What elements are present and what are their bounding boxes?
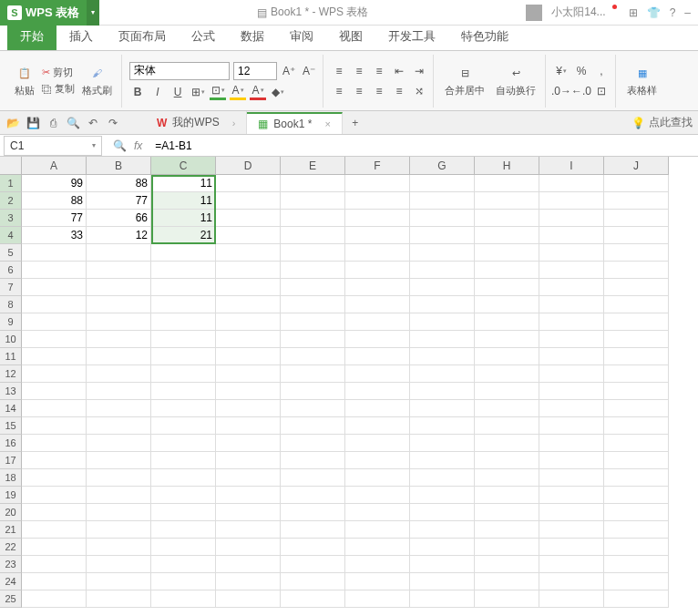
close-tab-icon[interactable]: ×: [324, 118, 330, 129]
cell-J14[interactable]: [604, 400, 669, 417]
cell-H12[interactable]: [475, 365, 539, 383]
row-header-25[interactable]: 25: [0, 590, 22, 608]
cell-C13[interactable]: [151, 383, 216, 400]
col-header-F[interactable]: F: [345, 157, 410, 175]
cell-G1[interactable]: [410, 175, 475, 192]
col-header-C[interactable]: C: [151, 157, 216, 175]
help-icon[interactable]: ?: [670, 6, 676, 19]
cell-C7[interactable]: [151, 279, 216, 296]
font-family-select[interactable]: [129, 62, 230, 80]
cell-A10[interactable]: [22, 331, 87, 348]
cell-C1[interactable]: 11: [151, 175, 216, 192]
decrease-decimal-button[interactable]: ←.0: [573, 83, 590, 99]
name-box[interactable]: C1 ▾: [4, 136, 102, 156]
row-header-24[interactable]: 24: [0, 573, 22, 590]
cell-F6[interactable]: [345, 262, 410, 279]
row-header-17[interactable]: 17: [0, 452, 22, 469]
decrease-font-button[interactable]: A⁻: [301, 63, 317, 79]
cell-C10[interactable]: [151, 331, 216, 348]
cell-A6[interactable]: [22, 262, 87, 279]
row-header-10[interactable]: 10: [0, 331, 22, 348]
cell-F24[interactable]: [345, 573, 410, 590]
cell-J15[interactable]: [604, 417, 669, 435]
cell-A9[interactable]: [22, 313, 87, 331]
cell-B1[interactable]: 88: [87, 175, 151, 192]
cell-H25[interactable]: [475, 590, 539, 608]
cell-E5[interactable]: [281, 244, 345, 262]
cell-D7[interactable]: [216, 279, 281, 296]
cell-F25[interactable]: [345, 590, 410, 608]
cell-I8[interactable]: [539, 296, 604, 313]
cell-A3[interactable]: 77: [22, 210, 87, 227]
clear-format-button[interactable]: ◆: [270, 84, 286, 100]
cell-A18[interactable]: [22, 469, 87, 487]
increase-font-button[interactable]: A⁺: [281, 63, 297, 79]
cell-G2[interactable]: [410, 192, 475, 210]
shirt-icon[interactable]: 👕: [647, 6, 661, 19]
cell-I4[interactable]: [539, 227, 604, 244]
cell-G12[interactable]: [410, 365, 475, 383]
cell-D23[interactable]: [216, 556, 281, 573]
cell-G6[interactable]: [410, 262, 475, 279]
cell-H21[interactable]: [475, 521, 539, 539]
cell-F18[interactable]: [345, 469, 410, 487]
cell-B18[interactable]: [87, 469, 151, 487]
menu-tab-0[interactable]: 开始: [7, 23, 56, 50]
cell-H4[interactable]: [475, 227, 539, 244]
currency-button[interactable]: ¥: [553, 63, 570, 79]
cell-G15[interactable]: [410, 417, 475, 435]
cell-H16[interactable]: [475, 435, 539, 452]
cell-D5[interactable]: [216, 244, 281, 262]
cell-C18[interactable]: [151, 469, 216, 487]
cell-B3[interactable]: 66: [87, 210, 151, 227]
cell-I3[interactable]: [539, 210, 604, 227]
cell-D4[interactable]: [216, 227, 281, 244]
cell-F13[interactable]: [345, 383, 410, 400]
cell-J4[interactable]: [604, 227, 669, 244]
row-header-3[interactable]: 3: [0, 210, 22, 227]
cell-H19[interactable]: [475, 487, 539, 504]
cell-C11[interactable]: [151, 348, 216, 365]
cell-C17[interactable]: [151, 452, 216, 469]
cell-E15[interactable]: [281, 417, 345, 435]
cell-J18[interactable]: [604, 469, 669, 487]
cell-J9[interactable]: [604, 313, 669, 331]
wrap-text-button[interactable]: ↩ 自动换行: [492, 64, 539, 98]
cell-J24[interactable]: [604, 573, 669, 590]
cell-H17[interactable]: [475, 452, 539, 469]
cell-D11[interactable]: [216, 348, 281, 365]
cell-C12[interactable]: [151, 365, 216, 383]
print-icon[interactable]: ⎙: [46, 116, 60, 130]
cell-E8[interactable]: [281, 296, 345, 313]
cell-A1[interactable]: 99: [22, 175, 87, 192]
cell-J13[interactable]: [604, 383, 669, 400]
menu-tab-1[interactable]: 插入: [56, 23, 106, 50]
cell-B4[interactable]: 12: [87, 227, 151, 244]
cell-B5[interactable]: [87, 244, 151, 262]
cell-E18[interactable]: [281, 469, 345, 487]
cell-H24[interactable]: [475, 573, 539, 590]
cell-B11[interactable]: [87, 348, 151, 365]
row-header-9[interactable]: 9: [0, 313, 22, 331]
cell-F12[interactable]: [345, 365, 410, 383]
highlight-button[interactable]: A: [230, 84, 246, 100]
cell-E6[interactable]: [281, 262, 345, 279]
cell-F5[interactable]: [345, 244, 410, 262]
cell-J1[interactable]: [604, 175, 669, 192]
cell-I9[interactable]: [539, 313, 604, 331]
cut-button[interactable]: ✂剪切: [42, 66, 75, 79]
cell-J12[interactable]: [604, 365, 669, 383]
cell-I1[interactable]: [539, 175, 604, 192]
cell-E7[interactable]: [281, 279, 345, 296]
cell-F17[interactable]: [345, 452, 410, 469]
cell-I14[interactable]: [539, 400, 604, 417]
cell-A8[interactable]: [22, 296, 87, 313]
cell-E21[interactable]: [281, 521, 345, 539]
cell-J10[interactable]: [604, 331, 669, 348]
cell-G19[interactable]: [410, 487, 475, 504]
cell-D24[interactable]: [216, 573, 281, 590]
col-header-I[interactable]: I: [539, 157, 604, 175]
menu-tab-3[interactable]: 公式: [179, 23, 228, 50]
cell-F20[interactable]: [345, 504, 410, 521]
cell-G21[interactable]: [410, 521, 475, 539]
